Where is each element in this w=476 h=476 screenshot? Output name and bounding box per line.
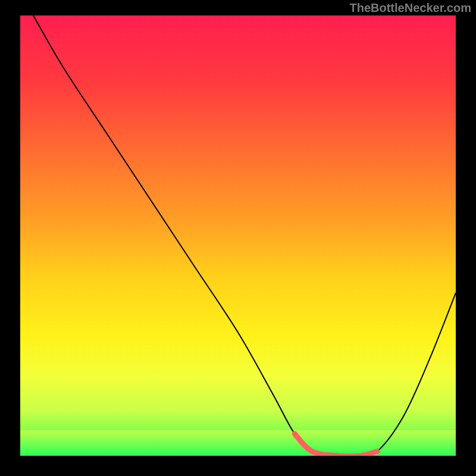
chart-frame bbox=[20, 15, 456, 456]
bottleneck-chart bbox=[20, 15, 456, 456]
green-band bbox=[20, 430, 456, 456]
watermark-text: TheBottleNecker.com bbox=[349, 1, 471, 15]
gradient-background bbox=[20, 15, 456, 456]
